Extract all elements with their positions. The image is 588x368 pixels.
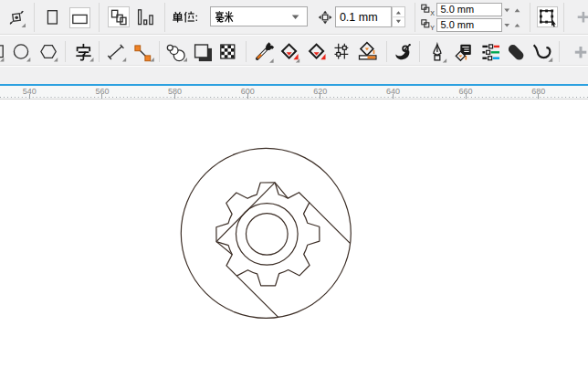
svg-text:X: X [430, 10, 435, 16]
svg-text:Y: Y [430, 25, 435, 31]
